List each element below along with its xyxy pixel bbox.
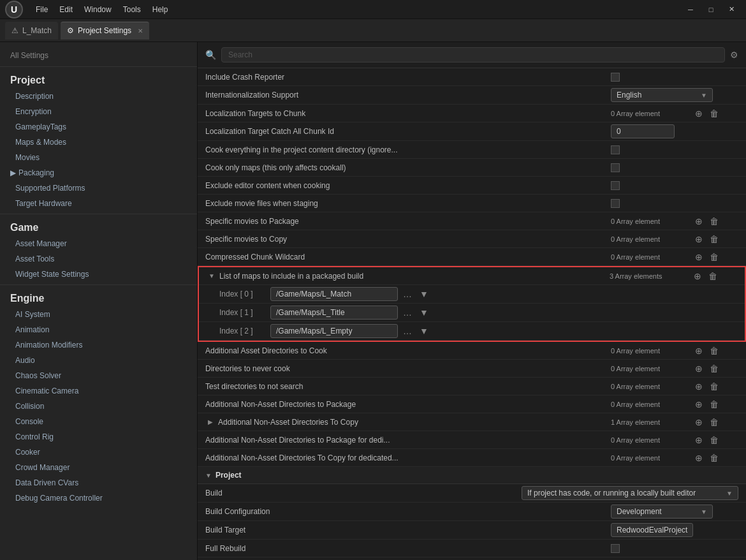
build-target-display[interactable]: RedwoodEvalProject — [611, 523, 693, 537]
search-input[interactable] — [221, 47, 725, 63]
remove-dirs-never-cook[interactable]: 🗑 — [708, 362, 720, 375]
sidebar-item-target-hardware[interactable]: Target Hardware — [0, 196, 197, 211]
tab-l-match[interactable]: ⚠ L_Match — [5, 22, 58, 40]
setting-value-specific-movies-copy: 0 Array element ⊕ 🗑 — [611, 233, 738, 246]
all-settings-link[interactable]: All Settings — [0, 47, 197, 64]
sidebar-item-description[interactable]: Description — [0, 89, 197, 104]
project-section-expand-icon[interactable]: ▼ — [205, 472, 212, 479]
sidebar-item-gameplaytags[interactable]: GameplayTags — [0, 119, 197, 135]
sidebar-category-project: Project — [0, 70, 197, 89]
menu-tools[interactable]: Tools — [118, 4, 146, 15]
remove-additional-asset-dirs[interactable]: 🗑 — [708, 344, 720, 357]
add-additional-non-asset-dirs-copy[interactable]: ⊕ — [692, 416, 705, 429]
maps-expand-icon[interactable]: ▼ — [207, 271, 217, 281]
add-map-button[interactable]: ⊕ — [691, 270, 704, 283]
sidebar-item-chaos-solver[interactable]: Chaos Solver — [0, 368, 197, 383]
map-index-0-expand-icon[interactable]: ▼ — [417, 287, 431, 301]
setting-specific-movies-package: Specific movies to Package 0 Array eleme… — [198, 212, 746, 230]
sidebar-item-asset-tools[interactable]: Asset Tools — [0, 251, 197, 267]
search-icon: 🔍 — [205, 50, 216, 60]
map-index-1-expand-icon[interactable]: ▼ — [417, 306, 431, 320]
sidebar-item-crowd-manager[interactable]: Crowd Manager — [0, 460, 197, 475]
setting-value-exclude-editor-content — [611, 181, 738, 190]
sidebar-item-cinematic-camera[interactable]: Cinematic Camera — [0, 383, 197, 399]
remove-map-button[interactable]: 🗑 — [706, 270, 719, 283]
checkbox-include-crash-reporter[interactable] — [611, 73, 620, 82]
add-specific-movies-copy[interactable]: ⊕ — [692, 233, 705, 246]
sidebar-item-encryption[interactable]: Encryption — [0, 104, 197, 119]
map-index-0-more-icon[interactable]: … — [400, 287, 414, 301]
array-btns-specific-movies-copy: ⊕ 🗑 — [692, 233, 720, 246]
sidebar-item-packaging[interactable]: ▶ Packaging — [0, 165, 197, 181]
sidebar-item-animation-modifiers[interactable]: Animation Modifiers — [0, 337, 197, 353]
maps-array-btns: ⊕ 🗑 — [691, 270, 719, 283]
add-test-dirs-not-search[interactable]: ⊕ — [692, 380, 705, 393]
remove-compressed-chunk-wildcard[interactable]: 🗑 — [708, 251, 720, 263]
checkbox-cook-only-maps[interactable] — [611, 163, 620, 172]
menu-edit[interactable]: Edit — [54, 4, 78, 15]
add-array-item-localization-targets-to-chunk[interactable]: ⊕ — [692, 107, 705, 120]
array-count-additional-non-asset-dirs-copy: 1 Array element — [611, 418, 687, 426]
map-index-2-input[interactable] — [270, 324, 398, 338]
checkbox-cook-everything[interactable] — [611, 145, 620, 154]
settings-gear-icon[interactable]: ⚙ — [730, 50, 738, 60]
minimize-button[interactable]: ─ — [681, 3, 700, 16]
sidebar-item-audio[interactable]: Audio — [0, 353, 197, 368]
add-additional-asset-dirs[interactable]: ⊕ — [692, 344, 705, 357]
sidebar-item-movies[interactable]: Movies — [0, 150, 197, 165]
remove-array-item-localization-targets-to-chunk[interactable]: 🗑 — [708, 107, 720, 120]
setting-label-additional-non-asset-dirs-package-dedi: Additional Non-Asset Directories to Pack… — [205, 436, 611, 445]
dropdown-build-configuration[interactable]: Development ▼ — [611, 505, 713, 519]
remove-additional-non-asset-dirs-copy[interactable]: 🗑 — [708, 416, 720, 429]
add-additional-non-asset-dirs-package-dedi[interactable]: ⊕ — [692, 434, 705, 446]
add-specific-movies-package[interactable]: ⊕ — [692, 215, 705, 228]
map-index-1-more-icon[interactable]: … — [400, 306, 414, 320]
add-dirs-never-cook[interactable]: ⊕ — [692, 362, 705, 375]
map-index-2-expand-icon[interactable]: ▼ — [417, 324, 431, 338]
menu-window[interactable]: Window — [79, 4, 117, 15]
maximize-button[interactable]: □ — [701, 3, 720, 16]
sidebar-item-asset-manager[interactable]: Asset Manager — [0, 236, 197, 251]
setting-exclude-movie-files: Exclude movie files when staging — [198, 195, 746, 212]
sidebar-item-control-rig[interactable]: Control Rig — [0, 429, 197, 445]
sidebar-item-data-driven-cvars[interactable]: Data Driven CVars — [0, 475, 197, 490]
tab-project-settings[interactable]: ⚙ Project Settings ✕ — [61, 22, 149, 40]
map-index-2-more-icon[interactable]: … — [400, 324, 414, 338]
sidebar-item-ai-system[interactable]: AI System — [0, 307, 197, 322]
sidebar-item-maps-modes[interactable]: Maps & Modes — [0, 135, 197, 150]
close-button[interactable]: ✕ — [722, 3, 741, 16]
array-btns-additional-non-asset-dirs-package: ⊕ 🗑 — [692, 398, 720, 411]
menu-help[interactable]: Help — [147, 4, 173, 15]
tab-close-icon[interactable]: ✕ — [138, 27, 143, 34]
setting-label-specific-movies-copy: Specific movies to Copy — [205, 235, 611, 244]
sidebar-item-collision[interactable]: Collision — [0, 399, 197, 414]
non-asset-dirs-copy-expand-icon[interactable]: ▶ — [205, 417, 216, 427]
sidebar-item-supported-platforms[interactable]: Supported Platforms — [0, 181, 197, 196]
add-compressed-chunk-wildcard[interactable]: ⊕ — [692, 251, 705, 263]
remove-specific-movies-package[interactable]: 🗑 — [708, 215, 720, 228]
setting-label-build: Build — [205, 489, 522, 497]
array-count-compressed-chunk-wildcard: 0 Array element — [611, 253, 687, 261]
sidebar-item-cooker[interactable]: Cooker — [0, 445, 197, 460]
checkbox-exclude-movie-files[interactable] — [611, 199, 620, 208]
remove-test-dirs-not-search[interactable]: 🗑 — [708, 380, 720, 393]
add-additional-non-asset-dirs-package[interactable]: ⊕ — [692, 398, 705, 411]
sidebar-item-widget-state-settings[interactable]: Widget State Settings — [0, 267, 197, 282]
add-additional-non-asset-dirs-copy-dedi[interactable]: ⊕ — [692, 452, 705, 464]
dropdown-build[interactable]: If project has code, or running a locall… — [522, 486, 738, 500]
remove-additional-non-asset-dirs-package-dedi[interactable]: 🗑 — [708, 434, 720, 446]
sidebar-item-debug-camera-controller[interactable]: Debug Camera Controller — [0, 490, 197, 506]
remove-additional-non-asset-dirs-package[interactable]: 🗑 — [708, 398, 720, 411]
checkbox-exclude-editor-content[interactable] — [611, 181, 620, 190]
dropdown-internationalization-support[interactable]: English ▼ — [611, 88, 713, 102]
input-localization-target-catch-chunk-id[interactable] — [611, 124, 675, 138]
menu-file[interactable]: File — [31, 4, 53, 15]
sidebar-item-console[interactable]: Console — [0, 414, 197, 429]
setting-value-localization-targets-to-chunk: 0 Array element ⊕ 🗑 — [611, 107, 738, 120]
map-index-0-input[interactable] — [270, 287, 398, 301]
remove-specific-movies-copy[interactable]: 🗑 — [708, 233, 720, 246]
checkbox-full-rebuild[interactable] — [611, 544, 620, 553]
map-index-1-input[interactable] — [270, 306, 398, 320]
sidebar-item-animation[interactable]: Animation — [0, 322, 197, 337]
remove-additional-non-asset-dirs-copy-dedi[interactable]: 🗑 — [708, 452, 720, 464]
